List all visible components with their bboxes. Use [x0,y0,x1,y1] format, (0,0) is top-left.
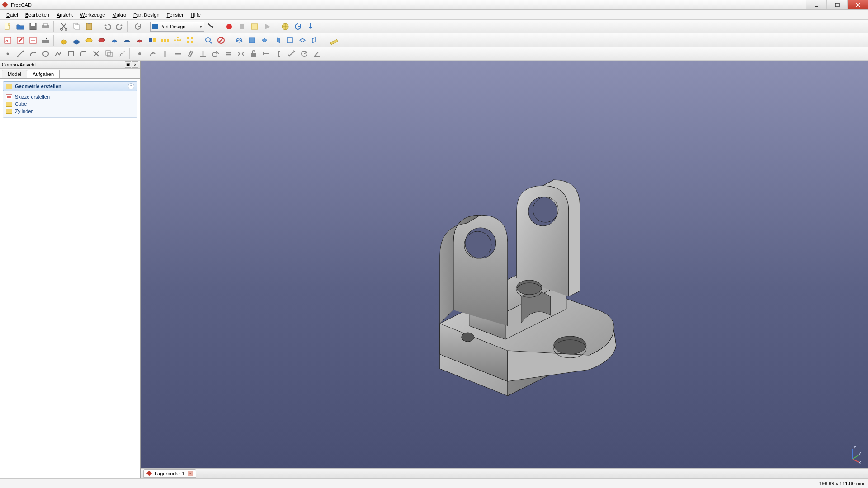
svg-point-60 [516,280,542,295]
groove-button[interactable] [96,34,108,46]
menu-hilfe[interactable]: Hilfe [187,11,204,19]
window-close-button[interactable] [847,0,868,9]
new-sketch-button[interactable] [2,34,14,46]
angle-button[interactable] [311,48,323,60]
revolution-button[interactable] [83,34,95,46]
window-maximize-button[interactable] [826,0,847,9]
close-tab-button[interactable]: × [188,471,193,476]
rectangle-button[interactable] [65,48,77,60]
top-button[interactable] [259,34,270,46]
panel-close-button[interactable]: × [132,61,138,68]
task-skizze-erstellen[interactable]: Skizze erstellen [6,93,134,100]
lock-button[interactable] [248,48,259,60]
tab-aufgaben[interactable]: Aufgaben [27,70,60,78]
mirrored-button[interactable] [146,34,158,46]
front-button[interactable] [246,34,258,46]
linear-pattern-button[interactable] [159,34,171,46]
copy-button[interactable] [71,21,82,33]
macro-stop-button[interactable] [236,21,248,33]
download-button[interactable] [305,21,316,33]
chevron-down-icon: ▾ [200,24,202,29]
menu-ansicht[interactable]: Ansicht [53,11,76,19]
workbench-selector[interactable]: Part Design ▾ [150,22,204,32]
cut-button[interactable] [58,21,70,33]
measure-button[interactable] [327,34,339,46]
construction-button[interactable] [116,48,127,60]
fit-all-button[interactable] [203,34,214,46]
vdistance-button[interactable] [273,48,285,60]
horizontal-button[interactable] [172,48,184,60]
menu-bearbeiten[interactable]: Bearbeiten [22,11,53,19]
radius-button[interactable] [298,48,310,60]
polyline-button[interactable] [52,48,64,60]
menu-werkzeuge[interactable]: Werkzeuge [76,11,108,19]
reload-page-button[interactable] [292,21,304,33]
arc-button[interactable] [27,48,39,60]
open-file-button[interactable] [14,21,26,33]
perpendicular-button[interactable] [197,48,209,60]
parallel-button[interactable] [184,48,196,60]
edit-sketch-button[interactable] [14,34,26,46]
tangent-button[interactable] [210,48,222,60]
save-button[interactable] [27,21,39,33]
fillet-button[interactable] [108,34,120,46]
chamfer-button[interactable] [121,34,133,46]
document-tab[interactable]: Lagerbock : 1 × [143,469,196,478]
task-zylinder[interactable]: Zylinder [6,108,134,115]
menu-partdesign[interactable]: Part Design [130,11,163,19]
3d-viewport[interactable]: z x y Lagerbock : 1 × [141,61,868,478]
multitransform-button[interactable] [184,34,196,46]
map-sketch-button[interactable] [40,34,52,46]
svg-point-24 [99,38,105,42]
point-button[interactable] [2,48,14,60]
print-button[interactable] [40,21,52,33]
coincident-button[interactable] [134,48,146,60]
circle-button[interactable] [40,48,52,60]
collapse-icon: ⌃ [128,83,134,89]
panel-float-button[interactable]: ▣ [125,61,131,68]
web-button[interactable] [279,21,291,33]
line-button[interactable] [14,48,26,60]
menu-fenster[interactable]: Fenster [163,11,187,19]
axo-button[interactable] [233,34,245,46]
external-geom-button[interactable] [103,48,115,60]
svg-rect-25 [149,38,152,42]
paste-button[interactable] [83,21,95,33]
fillet-sketch-button[interactable] [78,48,90,60]
whatsthis-button[interactable]: ? [205,21,217,33]
redo-button[interactable] [114,21,126,33]
hdistance-button[interactable] [260,48,272,60]
pocket-button[interactable] [71,34,82,46]
draw-style-button[interactable] [215,34,227,46]
task-cube[interactable]: Cube [6,100,134,108]
equal-button[interactable] [222,48,234,60]
app-title: FreeCAD [11,2,32,8]
symmetric-button[interactable] [235,48,247,60]
macro-list-button[interactable] [249,21,260,33]
pad-button[interactable] [58,34,70,46]
svg-point-43 [7,52,9,55]
geometry-header[interactable]: Geometrie erstellen ⌃ [3,81,137,91]
right-button[interactable] [271,34,283,46]
menu-datei[interactable]: Datei [3,11,22,19]
left-button[interactable] [309,34,321,46]
macro-run-button[interactable] [261,21,273,33]
refresh-button[interactable] [132,21,144,33]
undo-button[interactable] [101,21,113,33]
window-minimize-button[interactable] [806,0,826,9]
tab-model[interactable]: Model [2,70,27,78]
rear-button[interactable] [284,34,296,46]
distance-button[interactable] [286,48,297,60]
folder-icon [6,84,12,89]
macro-record-button[interactable] [223,21,235,33]
vertical-button[interactable] [159,48,171,60]
point-on-button[interactable] [146,48,158,60]
draft-button[interactable] [134,34,146,46]
polar-pattern-button[interactable] [172,34,184,46]
svg-rect-42 [330,39,338,44]
bottom-button[interactable] [297,34,308,46]
trim-button[interactable] [90,48,102,60]
new-file-button[interactable] [2,21,14,33]
leave-sketch-button[interactable] [27,34,39,46]
menu-makro[interactable]: Makro [108,11,130,19]
